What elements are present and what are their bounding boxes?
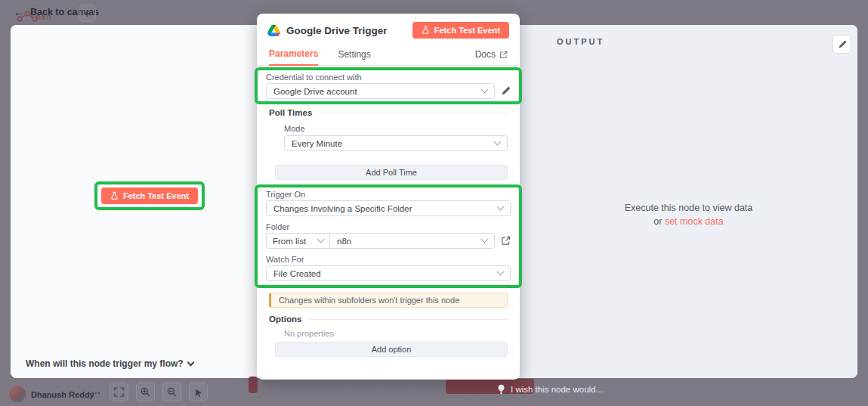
- google-drive-icon: [267, 25, 280, 36]
- subfolder-warning-text: Changes within subfolders won't trigger …: [279, 296, 459, 305]
- chevron-down-icon: [494, 138, 502, 146]
- user-name: Dhanush Reddy: [31, 390, 94, 399]
- trigger-on-value: Changes Involving a Specific Folder: [273, 204, 498, 213]
- modal-tabs: Parameters Settings Docs: [257, 44, 520, 66]
- chevron-down-icon: [497, 203, 505, 211]
- external-link-icon: [501, 236, 511, 246]
- tab-parameters[interactable]: Parameters: [269, 44, 318, 66]
- annotation-box-trigger: Trigger On Changes Involving a Specific …: [255, 184, 522, 288]
- section-divider: [309, 319, 508, 320]
- mode-select[interactable]: Every Minute: [284, 135, 508, 151]
- app-root: n8n ← Back to canvas + Fetch Test Event …: [0, 0, 868, 406]
- trigger-flow-question-label: When will this node trigger my flow?: [26, 358, 184, 369]
- edit-output-button[interactable]: [832, 35, 851, 54]
- chevron-down-icon: [481, 86, 489, 94]
- trigger-flow-question[interactable]: When will this node trigger my flow?: [26, 358, 193, 369]
- mode-value: Every Minute: [292, 139, 495, 148]
- credential-label: Credential to connect with: [266, 73, 511, 82]
- options-header: Options: [269, 315, 301, 324]
- modal-fetch-test-event-button[interactable]: Fetch Test Event: [412, 22, 509, 39]
- poll-times-section: Poll Times: [269, 107, 508, 118]
- output-empty-or: or: [653, 216, 665, 227]
- folder-resource-locator: From list n8n: [266, 233, 495, 249]
- feedback-wish[interactable]: I wish this node would...: [497, 384, 603, 395]
- back-arrow-icon: ←: [14, 7, 25, 17]
- zoom-out-button[interactable]: [162, 383, 181, 401]
- zoom-in-icon: [141, 387, 150, 397]
- user-menu-dots[interactable]: •••: [91, 389, 100, 397]
- set-mock-data-link[interactable]: set mock data: [665, 216, 724, 227]
- modal-title: Google Drive Trigger: [286, 25, 406, 36]
- modal-header: Google Drive Trigger Fetch Test Event: [257, 14, 520, 44]
- trigger-on-select[interactable]: Changes Involving a Specific Folder: [266, 200, 511, 216]
- add-node-button[interactable]: +: [79, 5, 96, 22]
- user-avatar[interactable]: [9, 386, 26, 402]
- folder-label: Folder: [266, 222, 511, 231]
- lightbulb-icon: [497, 384, 505, 395]
- google-drive-trigger-modal: Google Drive Trigger Fetch Test Event Pa…: [257, 14, 520, 380]
- pencil-icon: [501, 86, 511, 96]
- folder-mode-select[interactable]: From list: [267, 234, 330, 248]
- add-option-button[interactable]: Add option: [275, 342, 508, 357]
- obscured-test-step-button-left: [249, 377, 258, 393]
- folder-mode-value: From list: [273, 237, 318, 246]
- folder-value-select[interactable]: n8n: [330, 237, 494, 246]
- watch-for-select[interactable]: File Created: [266, 265, 511, 281]
- add-poll-time-button[interactable]: Add Poll Time: [275, 165, 508, 180]
- chevron-down-icon: [317, 236, 325, 243]
- output-empty-text: Execute this node to view data: [520, 201, 857, 215]
- flask-icon: [110, 191, 119, 200]
- input-panel: Fetch Test Event When will this node tri…: [11, 25, 257, 378]
- external-link-icon: [499, 51, 508, 59]
- folder-value: n8n: [337, 237, 482, 246]
- pencil-icon: [838, 40, 847, 49]
- trigger-on-label: Trigger On: [266, 190, 511, 199]
- modal-fetch-test-event-label: Fetch Test Event: [434, 26, 500, 35]
- credential-select[interactable]: Google Drive account: [266, 83, 495, 99]
- chevron-down-icon: [481, 236, 489, 243]
- chevron-down-icon: [187, 358, 194, 366]
- pointer-tool-button[interactable]: [189, 383, 208, 401]
- annotation-box-fetch-button: Fetch Test Event: [94, 181, 205, 210]
- feedback-wish-label: I wish this node would...: [511, 385, 603, 394]
- credential-value: Google Drive account: [273, 87, 482, 96]
- watch-for-value: File Created: [273, 269, 498, 278]
- annotation-box-credential: Credential to connect with Google Drive …: [255, 67, 522, 104]
- fetch-test-event-label: Fetch Test Event: [123, 191, 189, 200]
- fit-view-icon: [114, 387, 124, 397]
- zoom-out-icon: [167, 387, 177, 397]
- open-folder-external-button[interactable]: [501, 236, 511, 246]
- fetch-test-event-button[interactable]: Fetch Test Event: [101, 188, 198, 204]
- output-panel-title: OUTPUT: [557, 37, 604, 46]
- options-empty-text: No properties: [284, 329, 508, 338]
- edit-credential-button[interactable]: [501, 86, 511, 96]
- docs-label: Docs: [475, 49, 496, 60]
- subfolder-warning: Changes within subfolders won't trigger …: [269, 293, 508, 308]
- chevron-down-icon: [497, 268, 505, 276]
- plus-icon: +: [84, 8, 90, 20]
- tab-settings[interactable]: Settings: [338, 45, 370, 65]
- section-divider: [320, 113, 508, 113]
- mode-label: Mode: [284, 124, 508, 133]
- flask-icon: [422, 26, 430, 35]
- docs-link[interactable]: Docs: [475, 49, 508, 60]
- modal-body: Credential to connect with Google Drive …: [257, 67, 520, 357]
- poll-times-header: Poll Times: [269, 108, 312, 117]
- pointer-cursor-icon: [194, 388, 203, 397]
- zoom-in-button[interactable]: [136, 383, 155, 401]
- options-section: Options: [269, 314, 508, 324]
- watch-for-label: Watch For: [266, 255, 511, 264]
- output-empty-state: Execute this node to view data or set mo…: [520, 201, 857, 228]
- output-panel: OUTPUT Execute this node to view data or…: [520, 25, 857, 378]
- fit-view-button[interactable]: [110, 383, 128, 401]
